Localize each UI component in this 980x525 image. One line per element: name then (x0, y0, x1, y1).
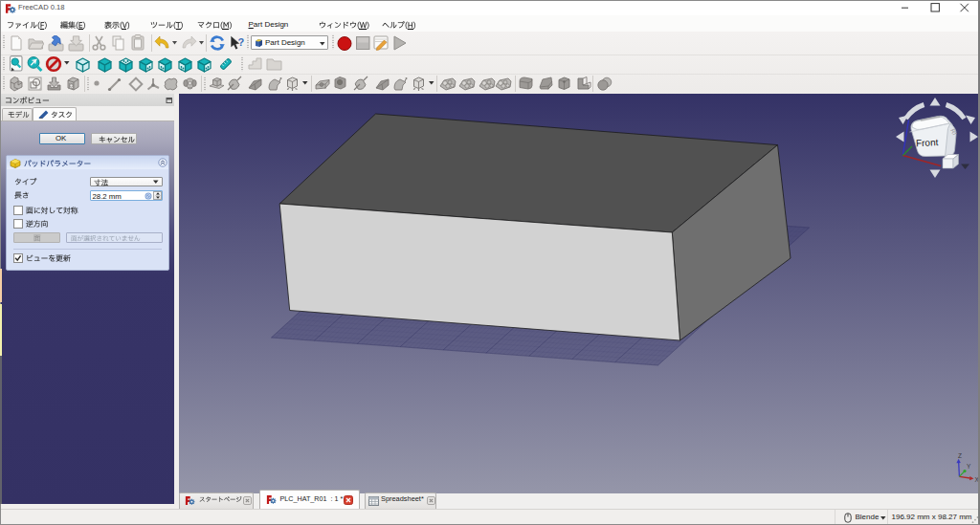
svg-text:Y: Y (967, 463, 971, 470)
svg-text:?: ? (238, 36, 245, 48)
svg-text:Z: Z (958, 452, 962, 459)
svg-text:Front: Front (916, 137, 939, 148)
svg-text:X: X (975, 476, 980, 483)
